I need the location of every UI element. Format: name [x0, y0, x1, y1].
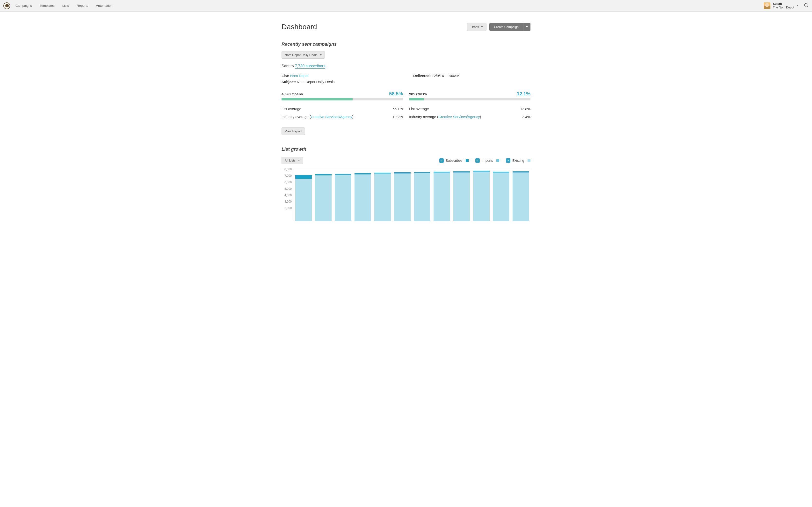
bar-segment-subscribes	[295, 175, 312, 179]
list-link[interactable]: Nom Depot	[290, 74, 309, 78]
campaign-select-dropdown[interactable]: Nom Depot Daily Deals	[282, 51, 325, 59]
growth-controls: All Lists Subscribes Imports Existing	[282, 157, 530, 164]
avatar	[764, 2, 770, 9]
y-tick: 2,000	[285, 207, 292, 210]
opens-list-avg-row: List average 56.1%	[282, 105, 403, 113]
clicks-industry-link[interactable]: Creative Services/Agency	[439, 115, 480, 119]
recent-section-title: Recently sent campaigns	[282, 42, 530, 47]
chevron-down-icon	[320, 54, 322, 56]
meta-row-1: List: Nom Depot Delivered: 12/9/14 11:00…	[282, 74, 530, 78]
chart-bar	[374, 173, 391, 221]
subject-label: Subject:	[282, 80, 296, 84]
view-report-button[interactable]: View Report	[282, 127, 305, 135]
drafts-dropdown[interactable]: Drafts	[467, 23, 487, 31]
chart-bar	[394, 172, 411, 221]
header-actions: Drafts Create Campaign	[467, 23, 530, 31]
nav-lists[interactable]: Lists	[62, 4, 69, 7]
legend-imports[interactable]: Imports	[475, 158, 499, 163]
nav-campaigns[interactable]: Campaigns	[15, 4, 32, 7]
clicks-industry-value: 2.4%	[522, 115, 530, 119]
bar-segment-existing	[394, 174, 411, 221]
swatch-subscribes	[466, 159, 469, 162]
opens-progress-bar	[282, 98, 403, 101]
bar-segment-existing	[335, 175, 351, 221]
nav-automation[interactable]: Automation	[96, 4, 112, 7]
clicks-industry-prefix: Industry average (	[409, 115, 439, 119]
meta-row-2: Subject: Nom Depot Daily Deals	[282, 80, 530, 84]
swatch-imports	[496, 159, 499, 162]
checkbox-icon	[506, 158, 510, 163]
growth-section-title: List growth	[282, 147, 530, 152]
drafts-label: Drafts	[470, 25, 479, 29]
clicks-list-avg-row: List average 12.8%	[409, 105, 530, 113]
chart-bar	[453, 171, 470, 221]
chart-bar	[414, 172, 430, 221]
clicks-progress-fill	[409, 98, 424, 101]
chevron-down-icon	[526, 26, 528, 27]
bar-segment-existing	[453, 173, 470, 221]
create-campaign-group: Create Campaign	[489, 23, 530, 31]
legend-existing[interactable]: Existing	[506, 158, 530, 163]
clicks-industry-suffix: )	[480, 115, 481, 119]
growth-chart: 8,0007,0006,0005,0004,0003,0002,000	[282, 169, 530, 221]
account-text: Susan The Nom Depot	[773, 2, 794, 9]
svg-point-0	[805, 4, 807, 6]
create-campaign-button[interactable]: Create Campaign	[489, 23, 523, 31]
subscribers-link[interactable]: 7,730 subscribers	[295, 64, 325, 68]
account-name: Susan	[773, 2, 794, 6]
clicks-list-avg-label: List average	[409, 107, 429, 111]
opens-industry-link[interactable]: Creative Services/Agency	[311, 115, 352, 119]
nav-templates[interactable]: Templates	[40, 4, 55, 7]
bar-segment-existing	[434, 173, 450, 221]
stats-columns: 4,393 Opens 58.5% List average 56.1% Ind…	[282, 91, 530, 121]
chart-plot	[294, 169, 530, 221]
opens-count: 4,393 Opens	[282, 92, 303, 96]
chart-y-axis: 8,0007,0006,0005,0004,0003,0002,000	[282, 169, 294, 221]
delivered-label: Delivered:	[413, 74, 431, 78]
page-title: Dashboard	[282, 23, 317, 31]
legend-imports-label: Imports	[481, 159, 493, 163]
main-content: Dashboard Drafts Create Campaign Recentl…	[282, 12, 530, 221]
checkbox-icon	[475, 158, 480, 163]
chevron-down-icon	[481, 26, 483, 27]
chart-bar	[355, 173, 371, 221]
swatch-existing	[527, 159, 530, 162]
clicks-pct: 12.1%	[517, 91, 530, 97]
legend-existing-label: Existing	[512, 159, 524, 163]
checkbox-icon	[439, 158, 444, 163]
brand-logo-icon[interactable]	[3, 2, 10, 9]
nav-reports[interactable]: Reports	[77, 4, 88, 7]
search-icon[interactable]	[804, 3, 809, 8]
campaign-select-label: Nom Depot Daily Deals	[285, 53, 317, 57]
clicks-stat: 905 Clicks 12.1% List average 12.8% Indu…	[409, 91, 530, 121]
sent-to-line: Sent to 7,730 subscribers	[282, 64, 530, 68]
page-header: Dashboard Drafts Create Campaign	[282, 23, 530, 31]
chart-bar	[335, 174, 351, 221]
clicks-progress-bar	[409, 98, 530, 101]
opens-progress-fill	[282, 98, 353, 101]
y-tick: 7,000	[285, 174, 292, 177]
y-tick: 8,000	[285, 168, 292, 171]
chart-bar	[434, 172, 450, 221]
sent-to-prefix: Sent to	[282, 64, 295, 68]
opens-industry-row: Industry average (Creative Services/Agen…	[282, 113, 403, 121]
chart-bar	[513, 171, 529, 221]
top-nav: Campaigns Templates Lists Reports Automa…	[0, 0, 812, 12]
account-menu[interactable]: Susan The Nom Depot	[764, 2, 799, 9]
list-label: List:	[282, 74, 289, 78]
create-campaign-dropdown[interactable]	[523, 23, 530, 31]
growth-list-dropdown[interactable]: All Lists	[282, 157, 303, 164]
legend-subscribes-label: Subscribes	[446, 159, 462, 163]
growth-legend: Subscribes Imports Existing	[439, 158, 530, 163]
bar-segment-existing	[513, 173, 529, 221]
clicks-industry-row: Industry average (Creative Services/Agen…	[409, 113, 530, 121]
chevron-down-icon	[797, 5, 799, 6]
legend-subscribes[interactable]: Subscribes	[439, 158, 469, 163]
delivered-value: 12/9/14 11:00AM	[432, 74, 459, 78]
clicks-list-avg-value: 12.8%	[520, 107, 530, 111]
chart-bar	[315, 174, 332, 221]
subject-value: Nom Depot Daily Deals	[297, 80, 335, 84]
chart-bar	[493, 172, 509, 221]
clicks-count: 905 Clicks	[409, 92, 427, 96]
chart-bars	[294, 169, 530, 221]
